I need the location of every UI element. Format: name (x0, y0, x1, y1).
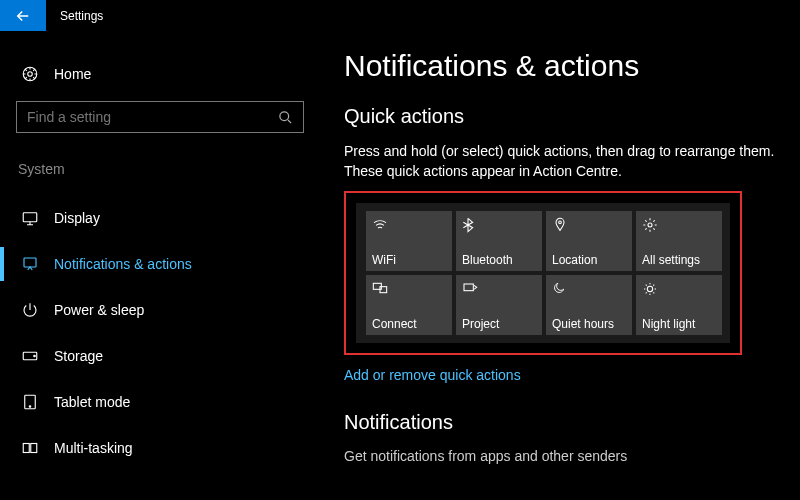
sidebar-item-display[interactable]: Display (16, 195, 320, 241)
sidebar-item-storage[interactable]: Storage (16, 333, 320, 379)
home-icon (20, 65, 40, 83)
bluetooth-icon (462, 217, 536, 233)
svg-rect-9 (23, 444, 29, 453)
tablet-icon (20, 393, 40, 411)
storage-icon (20, 347, 40, 365)
svg-rect-10 (31, 444, 37, 453)
sidebar-item-label: Power & sleep (54, 302, 144, 318)
sidebar-item-power[interactable]: Power & sleep (16, 287, 320, 333)
sidebar-item-label: Display (54, 210, 100, 226)
tile-all-settings[interactable]: All settings (636, 211, 722, 271)
search-input[interactable] (27, 109, 278, 125)
quick-actions-header: Quick actions (344, 105, 780, 128)
multitasking-icon (20, 439, 40, 457)
connect-icon (372, 281, 446, 297)
arrow-left-icon (14, 7, 32, 25)
quick-actions-desc: Press and hold (or select) quick actions… (344, 142, 780, 181)
tile-project[interactable]: Project (456, 275, 542, 335)
tile-wifi[interactable]: WiFi (366, 211, 452, 271)
svg-point-2 (280, 111, 289, 120)
project-icon (462, 281, 536, 297)
svg-point-8 (29, 406, 31, 408)
tile-night-light[interactable]: Night light (636, 275, 722, 335)
display-icon (20, 209, 40, 227)
svg-point-16 (647, 287, 652, 292)
svg-point-6 (34, 355, 36, 357)
tile-label: All settings (642, 253, 716, 267)
window-title: Settings (60, 9, 103, 23)
settings-icon (642, 217, 716, 233)
titlebar: Settings (0, 0, 800, 31)
notifications-icon (20, 255, 40, 273)
svg-rect-3 (23, 213, 37, 222)
notifications-header: Notifications (344, 411, 780, 434)
tile-label: Project (462, 317, 536, 331)
sidebar-home-label: Home (54, 66, 91, 82)
tile-quiet-hours[interactable]: Quiet hours (546, 275, 632, 335)
tile-label: Night light (642, 317, 716, 331)
power-icon (20, 301, 40, 319)
night-light-icon (642, 281, 716, 297)
sidebar-item-label: Multi-tasking (54, 440, 133, 456)
sidebar-item-label: Tablet mode (54, 394, 130, 410)
tile-label: Quiet hours (552, 317, 626, 331)
quick-actions-grid: WiFi Bluetooth Location (366, 211, 720, 335)
tile-label: Bluetooth (462, 253, 536, 267)
search-box[interactable] (16, 101, 304, 133)
sidebar: Home System Display Notifications & acti… (0, 31, 320, 500)
sidebar-section-label: System (16, 161, 320, 177)
main-content: Notifications & actions Quick actions Pr… (320, 31, 800, 500)
moon-icon (552, 281, 626, 297)
svg-rect-15 (464, 284, 473, 291)
sidebar-item-label: Storage (54, 348, 103, 364)
page-title: Notifications & actions (344, 49, 780, 83)
tile-connect[interactable]: Connect (366, 275, 452, 335)
location-icon (552, 217, 626, 233)
svg-point-12 (648, 223, 652, 227)
sidebar-item-label: Notifications & actions (54, 256, 192, 272)
wifi-icon (372, 217, 446, 233)
sidebar-item-multitasking[interactable]: Multi-tasking (16, 425, 320, 471)
search-icon (278, 110, 293, 125)
back-button[interactable] (0, 0, 46, 31)
add-remove-quick-actions-link[interactable]: Add or remove quick actions (344, 367, 521, 383)
svg-point-11 (559, 221, 562, 224)
quick-actions-highlight: WiFi Bluetooth Location (344, 191, 742, 355)
tile-label: WiFi (372, 253, 446, 267)
svg-point-1 (28, 72, 33, 77)
sidebar-item-tablet[interactable]: Tablet mode (16, 379, 320, 425)
tile-bluetooth[interactable]: Bluetooth (456, 211, 542, 271)
svg-rect-4 (24, 258, 36, 267)
tile-location[interactable]: Location (546, 211, 632, 271)
sidebar-item-notifications[interactable]: Notifications & actions (16, 241, 320, 287)
tile-label: Location (552, 253, 626, 267)
tile-label: Connect (372, 317, 446, 331)
sidebar-home[interactable]: Home (16, 59, 320, 101)
notifications-desc: Get notifications from apps and other se… (344, 448, 780, 464)
